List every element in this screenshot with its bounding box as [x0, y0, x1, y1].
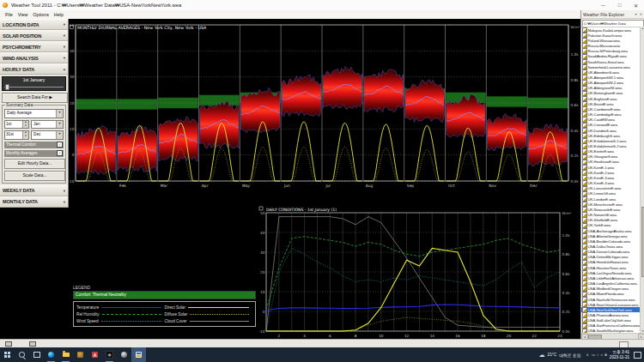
legend-line-sample — [101, 307, 161, 308]
legend-entry: Diffuse Solar — [165, 311, 250, 317]
menu-file[interactable]: File — [5, 12, 13, 17]
monthly-averages-checkbox-row[interactable]: Monthly Averages ✓ — [4, 150, 64, 157]
sidebar-section-solar-position[interactable]: SOLAR POSITION▾ — [0, 30, 68, 41]
file-row[interactable]: USA-NewYorkNewYork.wea — [581, 307, 641, 312]
dropdown-arrow-icon[interactable]: ▾ — [56, 110, 63, 118]
menu-help[interactable]: Help — [54, 12, 64, 17]
day-slider-track[interactable] — [4, 84, 64, 87]
dropdown-arrow-icon[interactable]: ▾ — [56, 131, 63, 139]
taskbar-edge-browser-icon[interactable] — [44, 347, 58, 362]
tray-weather-desc[interactable]: 대체로 흐림 — [559, 353, 580, 358]
taskbar-weather-tool-icon[interactable] — [131, 347, 146, 362]
taskbar-start-button[interactable] — [0, 347, 15, 362]
legend-entry: Wind Speed — [76, 317, 161, 324]
sidebar-section-monthly-data[interactable]: MONTHLY DATA▾ — [0, 196, 68, 208]
day-slider-thumb[interactable] — [5, 84, 9, 90]
svg-text:20: 20 — [260, 270, 265, 275]
svg-text:0.2k: 0.2k — [571, 154, 580, 158]
file-row[interactable]: USA-NewOrleansLouisiana.wea — [581, 302, 641, 307]
to-month-select[interactable]: Dec ▾ — [31, 130, 64, 140]
to-day-spinner[interactable]: 31st ▲▼ — [4, 130, 29, 140]
minimize-button[interactable]: ─ — [595, 0, 611, 10]
spinner-arrows-icon[interactable]: ▲▼ — [22, 131, 28, 139]
monthly-diurnal-averages-chart: 50403020100-10W/m²1.0k0.8k0.6k0.4k0.2k0.… — [69, 19, 580, 199]
thermal-comfort-checkbox-row[interactable]: Thermal Comfort ✓ — [4, 142, 64, 148]
svg-text:1.0k: 1.0k — [562, 233, 571, 238]
collapse-icon: ▾ — [64, 22, 65, 27]
sidebar-section-psychrometry[interactable]: PSYCHROMETRY▾ — [0, 41, 68, 52]
collapse-icon: ▾ — [64, 189, 65, 193]
notification-center-icon[interactable] — [634, 352, 641, 359]
tray-icon-2[interactable]: ● — [600, 353, 603, 357]
maximize-button[interactable]: □ — [611, 0, 628, 10]
search-data-button[interactable]: Search Data For ▶ — [2, 93, 68, 103]
taskbar-search-icon[interactable] — [15, 347, 29, 362]
svg-text:22: 22 — [532, 334, 538, 338]
file-row[interactable]: USA-SanFranciscoCalifornia.wea — [581, 323, 641, 329]
tray-icon-3[interactable]: A — [605, 353, 607, 357]
collapse-icon: ▾ — [64, 45, 65, 49]
svg-text:Nov: Nov — [489, 184, 496, 188]
svg-text:Jul: Jul — [325, 184, 331, 188]
svg-text:0: 0 — [263, 310, 265, 314]
taskbar: A✳ ☁ 21°C 대체로 흐림 ∧ ▭♪●A 오후 3:41 2023-11-… — [0, 347, 644, 362]
taskbar-app-starburst-icon[interactable]: ✳ — [102, 347, 117, 362]
svg-text:20: 20 — [70, 101, 75, 106]
legend-line-sample — [190, 321, 249, 322]
file-row[interactable]: USA-LittleRockArkansas.wea — [581, 275, 641, 281]
taskbar-app-gold-icon[interactable] — [73, 347, 88, 362]
svg-text:W/m²: W/m² — [562, 211, 572, 215]
sidebar-section-weekly-data[interactable]: WEEKLY DATA▾ — [0, 185, 68, 196]
weather-cloud-icon[interactable]: ☁ — [539, 351, 545, 359]
weather-file-explorer: Weather File Explorer ▾ ✕ C:₩Users₩Weath… — [580, 10, 644, 339]
scale-data-button[interactable]: Scale Data... — [4, 171, 65, 181]
tray-icon-1[interactable]: ♪ — [597, 353, 598, 357]
checkbox-checked-icon[interactable]: ✓ — [57, 150, 63, 156]
dropdown-arrow-icon[interactable]: ▾ — [56, 121, 63, 129]
close-button[interactable]: ✕ — [628, 0, 644, 10]
file-row[interactable]: USA-NashvilleTennessee.wea — [581, 297, 641, 302]
vertical-scroll-thumb[interactable] — [641, 207, 644, 277]
file-row[interactable]: USA-LosAngelesCalifornia.wea — [581, 281, 641, 287]
edit-hourly-data-button[interactable]: Edit Hourly Data... — [4, 159, 65, 169]
svg-text:16: 16 — [455, 334, 460, 338]
taskbar-clock[interactable]: 오후 3:41 2023-11-21 — [610, 350, 629, 359]
menu-view[interactable]: View — [18, 12, 28, 17]
tray-weather-temp[interactable]: 21°C — [548, 353, 557, 357]
day-slider[interactable]: 1st January — [2, 76, 66, 91]
sidebar-section-location-data[interactable]: LOCATION DATA▾ — [0, 19, 68, 30]
svg-text:-10: -10 — [258, 329, 264, 334]
taskbar-file-explorer-icon[interactable] — [58, 347, 73, 362]
app-icon — [3, 3, 8, 8]
svg-text:1.0k: 1.0k — [571, 52, 580, 57]
svg-text:Sep: Sep — [407, 184, 414, 188]
sidebar-section-hourly-data[interactable]: HOURLY DATA ▴ — [0, 63, 68, 75]
summary-type-select[interactable]: Daily Average ▾ — [4, 109, 64, 118]
vertical-scrollbar[interactable]: ▲ ▼ — [640, 27, 644, 334]
legend-line-sample — [188, 307, 249, 308]
svg-text:8: 8 — [355, 334, 357, 338]
spinner-arrows-icon[interactable]: ▲▼ — [22, 121, 28, 129]
status-glyph — [29, 341, 36, 347]
taskbar-app-red-a-icon[interactable]: A — [88, 347, 102, 362]
svg-text:Oct: Oct — [448, 184, 455, 188]
daily-conditions-chart: 50403020100-10W/m²1.0k0.8k0.6k0.4k0.2k0.… — [258, 204, 580, 339]
horizontal-scrollbar[interactable]: ◂ ▸ — [581, 333, 644, 339]
taskbar-task-view-icon[interactable] — [29, 347, 44, 362]
tray-chevron-icon[interactable]: ∧ — [586, 353, 589, 357]
svg-text:Aug: Aug — [366, 184, 374, 188]
chart-legend: LEGEND Comfort: Thermal Neutrality Tempe… — [73, 286, 256, 335]
explorer-header-icons[interactable]: ▾ ✕ — [635, 12, 643, 16]
from-month-select[interactable]: Jan ▾ — [31, 120, 64, 130]
svg-text:20: 20 — [507, 334, 512, 338]
taskbar-app-globe-icon[interactable] — [117, 347, 131, 362]
sidebar-section-wind-analysis[interactable]: WIND ANALYSIS▾ — [0, 52, 68, 63]
svg-text:0.0k: 0.0k — [571, 179, 580, 184]
tray-icon-0[interactable]: ▭ — [592, 353, 595, 357]
checkbox-checked-icon[interactable]: ✓ — [57, 142, 63, 148]
from-day-spinner[interactable]: 1st ▲▼ — [4, 120, 29, 130]
menu-options[interactable]: Options — [33, 12, 49, 17]
desktop: Weather Tool 2011 - C:₩Users₩Weather Dat… — [0, 0, 644, 362]
svg-text:May: May — [242, 184, 250, 188]
scroll-up-icon[interactable]: ▲ — [641, 27, 644, 31]
